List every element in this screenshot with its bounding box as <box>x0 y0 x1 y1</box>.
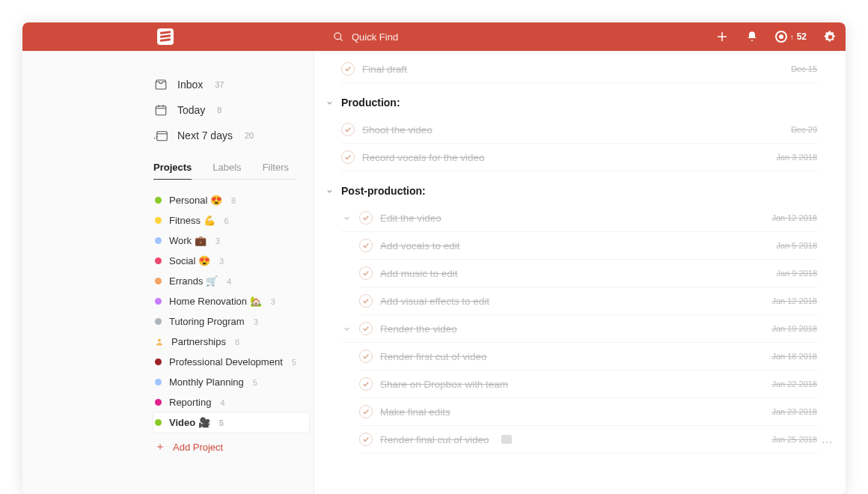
task-checkbox[interactable] <box>341 62 355 76</box>
tab-filters[interactable]: Filters <box>263 162 289 179</box>
task-date: Jan 19 2018 <box>771 324 817 333</box>
task-row[interactable]: Add visual effects to editJan 12 2018 <box>359 287 817 315</box>
project-item[interactable]: Tutoring Program3 <box>153 311 309 332</box>
nav-next7[interactable]: +7 Next 7 days 20 <box>153 123 314 148</box>
task-row[interactable]: Render the videoJan 19 2018 <box>341 315 817 343</box>
main-content: Final draft Dec 15 Production:Shoot the … <box>314 51 846 494</box>
body: Inbox 37 Today 8 +7 Next 7 days 20 <box>22 51 846 494</box>
project-count: 3 <box>254 317 258 326</box>
app-logo[interactable] <box>157 28 174 45</box>
task-row[interactable]: Add music to editJan 9 2018 <box>359 260 817 287</box>
project-item[interactable]: Home Renovation 🏡3 <box>153 291 309 311</box>
search-box[interactable]: Quick Find <box>333 22 398 51</box>
project-color-dot <box>155 379 162 385</box>
project-count: 3 <box>216 237 220 246</box>
task-checkbox[interactable] <box>359 350 373 363</box>
nav-next7-count: 20 <box>245 131 254 140</box>
add-project-button[interactable]: ＋ Add Project <box>153 433 314 461</box>
karma-indicator[interactable]: ↑ 52 <box>775 31 807 43</box>
project-count: 5 <box>253 378 257 387</box>
chevron-down-icon[interactable] <box>341 325 352 333</box>
task-title: Make final edits <box>380 406 450 418</box>
check-icon <box>344 65 352 73</box>
task-checkbox[interactable] <box>359 266 373 280</box>
task-title: Add visual effects to edit <box>380 296 489 307</box>
project-label: Personal 😍 <box>169 195 222 206</box>
task-checkbox[interactable] <box>359 211 373 225</box>
task-checkbox[interactable] <box>359 433 373 446</box>
today-icon <box>153 103 168 118</box>
task-row[interactable]: Render first cut of videoJan 18 2018 <box>359 343 817 370</box>
task-row[interactable]: Render final cut of videoJan 25 2018… <box>359 426 817 454</box>
chevron-down-icon[interactable] <box>323 185 335 197</box>
quick-add-button[interactable] <box>715 30 729 43</box>
sidebar-tabs: Projects Labels Filters <box>153 162 297 180</box>
project-count: 3 <box>219 257 224 266</box>
task-checkbox[interactable] <box>359 405 373 418</box>
project-count: 8 <box>231 196 236 205</box>
project-label: Video 🎥 <box>169 417 210 428</box>
task-title: Record vocals for the video <box>362 152 485 163</box>
project-label: Home Renovation 🏡 <box>169 296 262 307</box>
task-title: Final draft <box>362 64 407 75</box>
task-title: Edit the video <box>380 213 441 224</box>
project-item[interactable]: Professional Development5 <box>153 352 309 372</box>
task-row[interactable]: Edit the videoJan 12 2018 <box>341 204 817 232</box>
svg-line-1 <box>340 38 342 40</box>
chevron-down-icon[interactable] <box>341 214 352 222</box>
project-item[interactable]: Social 😍3 <box>153 251 309 271</box>
karma-points: 52 <box>797 31 807 42</box>
settings-button[interactable] <box>823 30 837 43</box>
more-actions-icon[interactable]: … <box>821 433 834 446</box>
task-checkbox[interactable] <box>341 123 355 136</box>
project-item[interactable]: Work 💼3 <box>153 231 309 251</box>
svg-point-11 <box>158 338 161 341</box>
project-count: 3 <box>271 297 275 306</box>
task-date: Jan 9 2018 <box>777 269 817 278</box>
project-item[interactable]: Monthly Planning5 <box>153 372 309 392</box>
task-date: Dec 29 <box>791 125 817 134</box>
task-row[interactable]: Final draft Dec 15 <box>341 55 817 83</box>
task-row[interactable]: Shoot the videoDec 29 <box>341 116 817 144</box>
section-header[interactable]: Production: <box>323 97 817 109</box>
gear-icon <box>824 31 837 43</box>
svg-rect-4 <box>156 106 166 115</box>
task-checkbox[interactable] <box>359 294 373 308</box>
nav-today[interactable]: Today 8 <box>153 97 314 123</box>
project-item[interactable]: Video 🎥5 <box>153 412 309 433</box>
tab-projects[interactable]: Projects <box>153 162 192 180</box>
project-item[interactable]: Errands 🛒4 <box>153 271 309 291</box>
task-row[interactable]: Share on Dropbox with teamJan 22 2018 <box>359 370 817 398</box>
project-label: Social 😍 <box>169 255 210 266</box>
project-color-dot <box>155 217 162 224</box>
task-row[interactable]: Add vocals to editJan 5 2018 <box>359 232 817 260</box>
nav-inbox[interactable]: Inbox 37 <box>153 72 314 97</box>
task-row[interactable]: Record vocals for the videoJan 3 2018 <box>341 144 817 171</box>
project-label: Professional Development <box>169 356 283 368</box>
project-label: Monthly Planning <box>169 376 244 388</box>
logo-icon <box>160 31 171 42</box>
sidebar: Inbox 37 Today 8 +7 Next 7 days 20 <box>22 51 314 494</box>
chevron-down-icon[interactable] <box>323 97 335 109</box>
section: Production:Shoot the videoDec 29Record v… <box>323 97 817 171</box>
project-item[interactable]: Fitness 💪6 <box>153 210 309 231</box>
notifications-button[interactable] <box>745 30 759 43</box>
section-title: Post-production: <box>341 185 426 197</box>
project-item[interactable]: Personal 😍8 <box>153 190 309 210</box>
nav-inbox-count: 37 <box>215 80 224 89</box>
task-checkbox[interactable] <box>341 150 355 164</box>
task-checkbox[interactable] <box>359 377 373 391</box>
comment-icon[interactable] <box>501 435 512 444</box>
svg-point-0 <box>334 32 341 39</box>
project-count: 5 <box>292 358 296 367</box>
project-item[interactable]: Partnerships8 <box>153 332 309 352</box>
tab-labels[interactable]: Labels <box>213 162 241 179</box>
task-checkbox[interactable] <box>359 239 373 252</box>
section-header[interactable]: Post-production: <box>323 185 817 197</box>
project-item[interactable]: Reporting4 <box>153 392 309 412</box>
task-date: Dec 15 <box>791 64 817 73</box>
task-row[interactable]: Make final editsJan 23 2018 <box>359 398 817 426</box>
project-color-dot <box>155 318 162 325</box>
task-checkbox[interactable] <box>359 322 373 335</box>
project-color-dot <box>155 237 162 244</box>
